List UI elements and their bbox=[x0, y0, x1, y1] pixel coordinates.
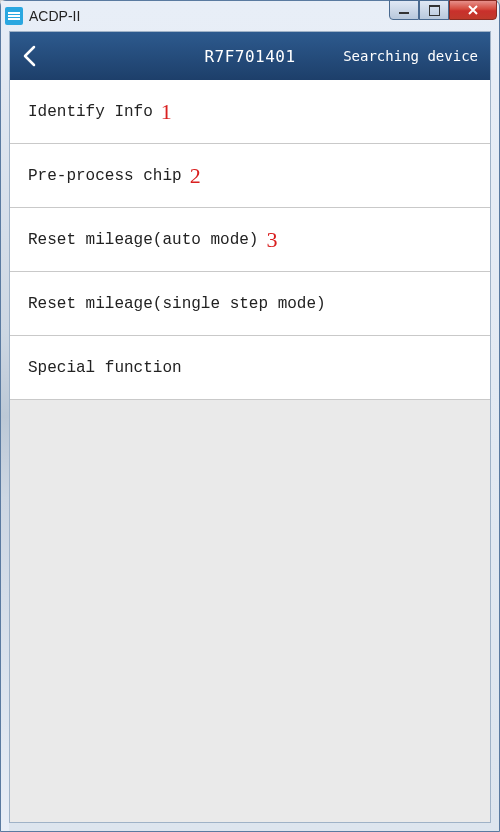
window-titlebar[interactable]: ACDP-II bbox=[1, 1, 499, 31]
page-title: R7F701401 bbox=[204, 47, 295, 66]
annotation-number: 1 bbox=[161, 99, 172, 125]
annotation-number: 3 bbox=[266, 227, 277, 253]
menu-item-label: Pre-process chip bbox=[28, 167, 182, 185]
app-icon bbox=[5, 7, 23, 25]
menu-item-pre-process-chip[interactable]: Pre-process chip 2 bbox=[10, 144, 490, 208]
window-frame: ACDP-II R7F701401 Searching device Ident bbox=[0, 0, 500, 832]
menu-item-identify-info[interactable]: Identify Info 1 bbox=[10, 80, 490, 144]
back-button[interactable] bbox=[22, 32, 52, 80]
client-area: R7F701401 Searching device Identify Info… bbox=[9, 31, 491, 823]
window-left-border bbox=[1, 1, 9, 831]
menu-item-reset-mileage-auto[interactable]: Reset mileage(auto mode) 3 bbox=[10, 208, 490, 272]
device-status: Searching device bbox=[343, 48, 478, 64]
chevron-left-icon bbox=[22, 45, 38, 67]
annotation-number: 2 bbox=[190, 163, 201, 189]
maximize-button[interactable] bbox=[419, 0, 449, 20]
menu-item-reset-mileage-single[interactable]: Reset mileage(single step mode) bbox=[10, 272, 490, 336]
minimize-button[interactable] bbox=[389, 0, 419, 20]
app-header: R7F701401 Searching device bbox=[10, 32, 490, 80]
window-controls bbox=[389, 0, 497, 20]
menu-list: Identify Info 1 Pre-process chip 2 Reset… bbox=[10, 80, 490, 400]
close-icon bbox=[467, 4, 479, 16]
menu-item-label: Reset mileage(auto mode) bbox=[28, 231, 258, 249]
menu-item-special-function[interactable]: Special function bbox=[10, 336, 490, 400]
menu-item-label: Reset mileage(single step mode) bbox=[28, 295, 326, 313]
close-button[interactable] bbox=[449, 0, 497, 20]
menu-item-label: Special function bbox=[28, 359, 182, 377]
menu-item-label: Identify Info bbox=[28, 103, 153, 121]
